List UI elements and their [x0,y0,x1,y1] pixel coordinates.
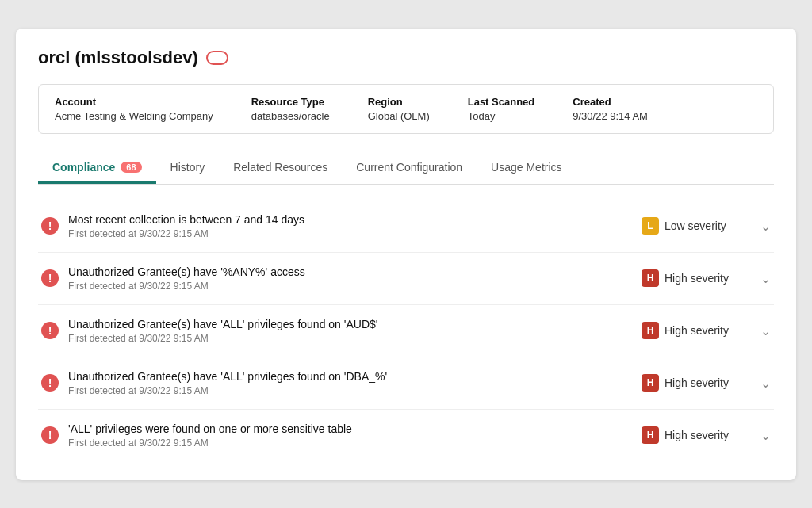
compliance-text: Unauthorized Grantee(s) have '%ANY%' acc… [68,265,632,292]
account-info: Account Acme Testing & Welding Company [55,96,213,122]
severity-letter-icon: H [642,322,659,339]
chevron-down-icon[interactable]: ⌄ [760,271,771,286]
compliance-item-title: Unauthorized Grantee(s) have '%ANY%' acc… [68,265,632,278]
tab-compliance-label: Compliance [52,161,115,174]
created-info: Created 9/30/22 9:14 AM [573,96,648,122]
severity-badge: H High severity [642,322,745,339]
tab-current-configuration-label: Current Configuration [356,161,462,174]
last-scanned-label: Last Scanned [468,96,535,108]
tab-related-resources-label: Related Resources [233,161,327,174]
compliance-item-detected: First detected at 9/30/22 9:15 AM [68,437,632,449]
tab-current-configuration[interactable]: Current Configuration [342,153,477,184]
compliance-item[interactable]: ! Unauthorized Grantee(s) have 'ALL' pri… [38,305,774,357]
severity-letter-icon: H [642,426,659,444]
created-label: Created [573,96,648,108]
tab-history[interactable]: History [156,153,220,184]
severity-text: High severity [665,376,729,389]
severity-badge: L Low severity [642,217,745,235]
compliance-item-detected: First detected at 9/30/22 9:15 AM [68,281,632,292]
compliance-badge: 68 [121,162,141,173]
compliance-item[interactable]: ! Unauthorized Grantee(s) have 'ALL' pri… [38,357,774,410]
compliance-text: Most recent collection is between 7 and … [68,213,632,239]
page-title-section: orcl (mlsstoolsdev) [38,48,774,68]
region-value: Global (OLM) [368,110,430,122]
tab-history-label: History [170,161,205,174]
compliance-item-title: Unauthorized Grantee(s) have 'ALL' privi… [68,318,632,330]
severity-letter-icon: H [642,374,659,392]
compliance-item-title: Unauthorized Grantee(s) have 'ALL' privi… [68,370,632,383]
compliance-item[interactable]: ! 'ALL' privileges were found on one or … [38,410,774,461]
tab-usage-metrics[interactable]: Usage Metrics [477,153,576,184]
severity-badge: H High severity [642,374,745,392]
tab-usage-metrics-label: Usage Metrics [491,161,561,174]
severity-badge: H High severity [642,426,745,444]
page-title: orcl (mlsstoolsdev) [38,48,198,68]
main-card: orcl (mlsstoolsdev) Account Acme Testing… [16,29,796,480]
tab-compliance[interactable]: Compliance 68 [38,153,156,184]
severity-text: High severity [665,272,729,285]
severity-letter-icon: H [642,269,659,287]
created-value: 9/30/22 9:14 AM [573,110,648,122]
compliance-text: Unauthorized Grantee(s) have 'ALL' privi… [68,370,632,396]
chevron-down-icon[interactable]: ⌄ [760,219,771,234]
compliance-item[interactable]: ! Unauthorized Grantee(s) have '%ANY%' a… [38,253,774,305]
alert-icon: ! [41,374,59,392]
compliance-list: ! Most recent collection is between 7 an… [38,201,774,461]
compliance-item-title: Most recent collection is between 7 and … [68,213,632,226]
last-scanned-info: Last Scanned Today [468,96,535,122]
compliance-item[interactable]: ! Most recent collection is between 7 an… [38,201,774,253]
account-value: Acme Testing & Welding Company [55,110,213,122]
chevron-down-icon[interactable]: ⌄ [760,428,771,443]
account-label: Account [55,96,213,108]
alert-icon: ! [41,322,59,339]
chevron-down-icon[interactable]: ⌄ [760,323,771,338]
status-pill-icon [206,51,228,65]
severity-text: Low severity [665,220,726,232]
compliance-text: Unauthorized Grantee(s) have 'ALL' privi… [68,318,632,344]
severity-text: High severity [665,429,729,441]
chevron-down-icon[interactable]: ⌄ [760,376,771,391]
resource-type-value: databases/oracle [251,110,330,122]
info-bar: Account Acme Testing & Welding Company R… [38,84,774,134]
alert-icon: ! [41,426,59,444]
severity-letter-icon: L [642,217,659,235]
region-label: Region [368,96,430,108]
compliance-item-detected: First detected at 9/30/22 9:15 AM [68,228,632,239]
resource-type-label: Resource Type [251,96,330,108]
severity-text: High severity [665,324,729,337]
compliance-item-detected: First detected at 9/30/22 9:15 AM [68,385,632,396]
last-scanned-value: Today [468,110,535,122]
tab-bar: Compliance 68 History Related Resources … [38,153,774,185]
compliance-text: 'ALL' privileges were found on one or mo… [68,422,632,449]
alert-icon: ! [41,269,59,287]
tab-related-resources[interactable]: Related Resources [219,153,342,184]
resource-type-info: Resource Type databases/oracle [251,96,330,122]
compliance-item-title: 'ALL' privileges were found on one or mo… [68,422,632,435]
severity-badge: H High severity [642,269,745,287]
alert-icon: ! [41,217,59,235]
compliance-item-detected: First detected at 9/30/22 9:15 AM [68,333,632,344]
region-info: Region Global (OLM) [368,96,430,122]
